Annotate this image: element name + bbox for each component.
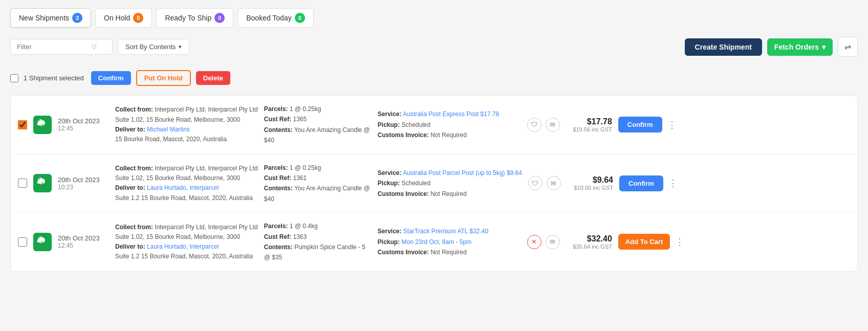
- price-col: $9.64 $10.60 inc GST: [567, 175, 613, 191]
- date-col: 20th Oct 2023 12:45: [58, 117, 109, 132]
- contents: Contents: You Are Amazing Candle @ $40: [264, 125, 372, 146]
- collect-address: Suite 1.02, 15 Bourke Road, Melbourne, 3…: [115, 115, 258, 125]
- icons-col: ✕ ✉: [527, 235, 560, 249]
- service-link[interactable]: Australia Post Express Post $17.78: [403, 111, 499, 118]
- service: Service: Australia Post Parcel Post (up …: [378, 168, 522, 178]
- pickup-link[interactable]: Mon 23rd Oct, 8am - 5pm: [401, 238, 471, 246]
- collect-address: Suite 1.02, 15 Bourke Road, Melbourne, 3…: [115, 173, 258, 183]
- pickup: Pickup: Scheduled: [378, 120, 521, 130]
- shopify-icon: [33, 116, 52, 134]
- customs: Customs Invoice: Not Required: [378, 130, 521, 140]
- filter-icon: ▽: [92, 43, 97, 51]
- deliver-to: Deliver to: Michael Martins: [115, 125, 258, 135]
- parcels: Parcels: 1 @ 0.25kg: [264, 163, 372, 173]
- confirm-button[interactable]: Confirm: [618, 117, 662, 133]
- shield-icon-button[interactable]: ✕: [527, 235, 541, 249]
- price-main: $9.64: [567, 175, 613, 185]
- customs: Customs Invoice: Not Required: [378, 247, 521, 257]
- fetch-orders-button[interactable]: Fetch Orders ▾: [767, 38, 833, 56]
- deliver-to-link[interactable]: Michael Martins: [147, 126, 190, 133]
- pickup-value: Scheduled: [401, 180, 430, 187]
- row-checkbox[interactable]: [18, 120, 27, 129]
- service-link[interactable]: Australia Post Parcel Post (up to 5kg) $…: [403, 169, 522, 176]
- date-text: 20th Oct 2023: [58, 234, 109, 242]
- tab-badge: 3: [72, 13, 82, 23]
- icons-col: 🛡 ✉: [527, 118, 560, 132]
- action-col: Confirm ⋮: [618, 117, 679, 133]
- tab-ready-to-ship[interactable]: Ready To Ship0: [156, 8, 233, 28]
- tab-badge: 0: [295, 13, 305, 23]
- price-main: $32.40: [566, 234, 612, 244]
- mail-icon-button[interactable]: ✉: [546, 118, 560, 132]
- icons-col: 🛡 ✉: [528, 176, 561, 190]
- deliver-to-link[interactable]: Laura Hurtado, Interparcel: [147, 243, 219, 250]
- price-gst: $19.56 inc GST: [566, 126, 612, 133]
- select-all-checkbox[interactable]: [10, 74, 18, 82]
- tab-new-shipments[interactable]: New Shipments3: [10, 8, 91, 28]
- time-text: 10:23: [58, 184, 109, 191]
- delete-button[interactable]: Delete: [196, 71, 230, 85]
- pickup: Pickup: Mon 23rd Oct, 8am - 5pm: [378, 237, 521, 247]
- tab-bar: New Shipments3On Hold0Ready To Ship0Book…: [10, 8, 858, 28]
- deliver-to: Deliver to: Laura Hurtado, Interparcel: [115, 183, 258, 193]
- parcels-col: Parcels: 1 @ 0.25kg Cust Ref: 1361 Conte…: [264, 163, 372, 205]
- collect-from: Collect from: Interparcel Pty Ltd, Inter…: [115, 105, 258, 115]
- bulk-confirm-button[interactable]: Confirm: [91, 71, 131, 85]
- action-col: Add To Cart ⋮: [618, 234, 686, 250]
- shield-icon-button[interactable]: 🛡: [527, 118, 541, 132]
- service-col: Service: Australia Post Express Post $17…: [378, 109, 521, 140]
- price-gst: $10.60 inc GST: [567, 185, 613, 191]
- collect-from: Collect from: Interparcel Pty Ltd, Inter…: [115, 223, 258, 232]
- selection-count-label: 1 Shipment selected: [24, 74, 84, 82]
- pickup-value: Scheduled: [401, 121, 430, 128]
- row-checkbox[interactable]: [18, 179, 27, 188]
- row-checkbox[interactable]: [18, 237, 27, 247]
- deliver-address: Suite 1.2 15 Bourke Road, Mascot, 2020, …: [115, 193, 258, 203]
- table-row: 20th Oct 2023 12:45 Collect from: Interp…: [11, 96, 857, 155]
- create-shipment-button[interactable]: Create Shipment: [685, 38, 762, 56]
- tab-booked-today[interactable]: Booked Today0: [237, 8, 313, 28]
- mail-icon-button[interactable]: ✉: [546, 235, 560, 249]
- date-col: 20th Oct 2023 10:23: [58, 176, 109, 191]
- deliver-address: 15 Bourke Road, Mascot, 2020, Australia: [115, 135, 258, 144]
- service: Service: StarTrack Premium ATL $32.40: [378, 226, 521, 236]
- shield-icon-button[interactable]: 🛡: [528, 176, 542, 190]
- filter-input[interactable]: [17, 43, 89, 51]
- address-col: Collect from: Interparcel Pty Ltd, Inter…: [115, 164, 258, 203]
- deliver-to: Deliver to: Laura Hurtado, Interparcel: [115, 242, 258, 252]
- tab-label: New Shipments: [19, 14, 69, 22]
- contents: Contents: You Are Amazing Candle @ $40: [264, 183, 372, 204]
- collect-from: Collect from: Interparcel Pty Ltd, Inter…: [115, 164, 258, 173]
- more-options-icon[interactable]: ⋮: [673, 236, 686, 248]
- tab-on-hold[interactable]: On Hold0: [95, 8, 152, 28]
- parcels-col: Parcels: 1 @ 0.25kg Cust Ref: 1365 Conte…: [264, 104, 372, 146]
- more-options-icon[interactable]: ⋮: [665, 119, 679, 130]
- parcels-col: Parcels: 1 @ 0.4kg Cust Ref: 1363 Conten…: [264, 221, 372, 263]
- price-gst: $35.64 inc GST: [566, 244, 612, 250]
- settings-icon-button[interactable]: ⇌: [838, 37, 858, 57]
- shopify-icon: [33, 233, 52, 251]
- price-main: $17.78: [566, 117, 612, 126]
- sort-by-contents-button[interactable]: Sort By Contents ▾: [118, 39, 189, 55]
- tab-label: On Hold: [104, 14, 130, 22]
- filter-container[interactable]: ▽: [10, 39, 113, 55]
- more-options-icon[interactable]: ⋮: [666, 178, 680, 189]
- price-col: $32.40 $35.64 inc GST: [566, 234, 612, 250]
- pickup: Pickup: Scheduled: [378, 178, 522, 188]
- add-to-cart-button[interactable]: Add To Cart: [618, 234, 670, 250]
- mail-icon-button[interactable]: ✉: [547, 176, 561, 190]
- chevron-down-icon: ▾: [179, 43, 182, 50]
- action-col: Confirm ⋮: [619, 175, 680, 191]
- collect-address: Suite 1.02, 15 Bourke Road, Melbourne, 3…: [115, 232, 258, 242]
- shopify-icon: [33, 174, 52, 192]
- toolbar: ▽ Sort By Contents ▾ Create Shipment Fet…: [10, 37, 858, 57]
- address-col: Collect from: Interparcel Pty Ltd, Inter…: [115, 223, 258, 262]
- deliver-to-link[interactable]: Laura Hurtado, Interparcel: [147, 184, 219, 191]
- service-link[interactable]: StarTrack Premium ATL $32.40: [403, 228, 488, 235]
- confirm-button[interactable]: Confirm: [619, 175, 663, 191]
- put-on-hold-button[interactable]: Put On Hold: [136, 70, 191, 86]
- deliver-address: Suite 1.2 15 Bourke Road, Mascot, 2020, …: [115, 252, 258, 261]
- service-col: Service: Australia Post Parcel Post (up …: [378, 168, 522, 199]
- tab-badge: 0: [133, 13, 143, 23]
- tab-label: Booked Today: [246, 14, 291, 22]
